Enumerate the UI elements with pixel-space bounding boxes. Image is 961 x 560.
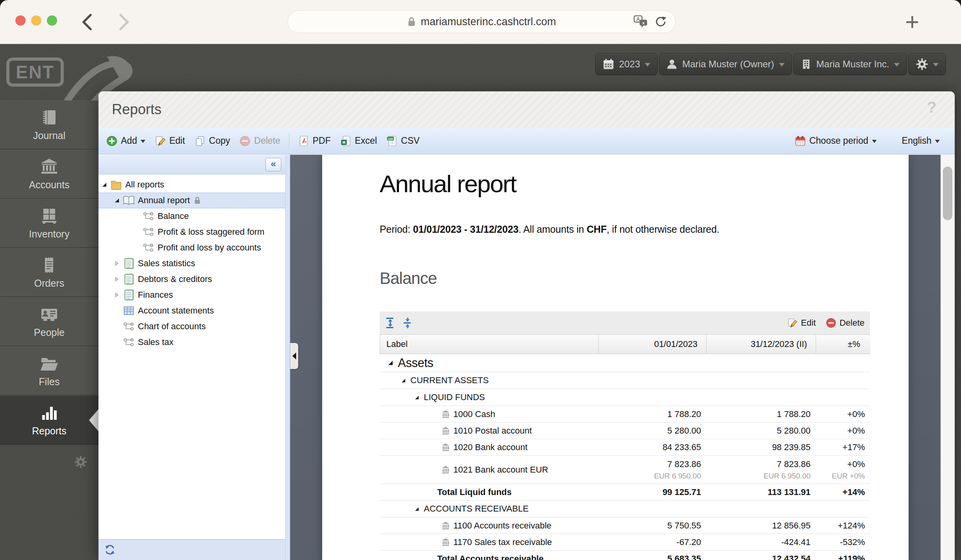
tree-item-sales-tax[interactable]: Sales tax bbox=[98, 334, 290, 350]
new-tab-button[interactable] bbox=[902, 12, 922, 32]
column-header-pct: ±% bbox=[816, 335, 870, 354]
value-foreign-currency: EUR 6 950.00 bbox=[707, 472, 811, 480]
collapse-panel-button[interactable]: « bbox=[265, 158, 281, 171]
reports-window: Reports ? Add Edit bbox=[98, 91, 955, 560]
chevron-down-icon bbox=[141, 140, 145, 143]
orgtree-icon bbox=[142, 226, 155, 237]
row-label: 1100 Accounts receivable bbox=[453, 521, 551, 531]
group-expander-icon[interactable] bbox=[402, 379, 405, 382]
report-scrollbar-track[interactable] bbox=[941, 155, 955, 560]
table-row-assets[interactable]: Assets bbox=[380, 354, 870, 372]
account-icon bbox=[442, 521, 450, 530]
user-menu-button[interactable]: Maria Muster (Owner) bbox=[659, 53, 792, 75]
csv-export-button[interactable]: csv CSV bbox=[382, 132, 424, 150]
tree-expander-icon[interactable] bbox=[115, 292, 119, 298]
language-button[interactable]: English bbox=[897, 132, 944, 149]
tree-item-account-statements[interactable]: Account statements bbox=[98, 303, 290, 319]
tree-item-chart-of-accounts[interactable]: Chart of accounts bbox=[98, 319, 290, 334]
tree-expander-icon[interactable] bbox=[102, 183, 106, 187]
tree-expander-icon[interactable] bbox=[115, 198, 119, 202]
settings-menu-button[interactable] bbox=[908, 53, 946, 75]
row-label: 1020 Bank account bbox=[453, 442, 527, 452]
sidebar-item-inventory[interactable]: Inventory bbox=[0, 199, 98, 248]
expand-all-icon[interactable] bbox=[385, 317, 395, 328]
tree-panel-scroll-strip[interactable] bbox=[285, 155, 290, 560]
svg-text:A: A bbox=[636, 17, 640, 22]
tree-item-sales-statistics[interactable]: Sales statistics bbox=[98, 256, 290, 271]
close-window-button[interactable] bbox=[15, 15, 26, 26]
account-icon bbox=[442, 410, 450, 418]
column-header-date2: 31/12/2023 (II) bbox=[707, 335, 816, 354]
table-edit-label: Edit bbox=[801, 318, 816, 328]
edit-button[interactable]: Edit bbox=[150, 132, 190, 150]
table-row-total-accounts-receivable: Total Accounts receivable5 683.3512 432.… bbox=[380, 551, 870, 560]
chevron-down-icon bbox=[935, 140, 940, 143]
sidebar-item-files[interactable]: Files bbox=[0, 347, 98, 395]
back-button[interactable] bbox=[77, 12, 97, 32]
orgtree-icon bbox=[122, 321, 135, 332]
sidebar-item-label: Inventory bbox=[29, 228, 70, 240]
account-icon bbox=[442, 426, 450, 435]
sidebar-settings-gear-icon[interactable] bbox=[0, 445, 98, 469]
value-change-pct: +14% bbox=[816, 487, 870, 497]
forward-button[interactable] bbox=[114, 12, 134, 32]
fiscal-year-button[interactable]: 2023 bbox=[595, 53, 658, 75]
tree-item-annual-report[interactable]: Annual report bbox=[98, 193, 290, 208]
svg-text:x: x bbox=[642, 20, 645, 25]
sidebar-item-label: Files bbox=[39, 376, 60, 388]
sidebar-item-reports[interactable]: Reports bbox=[0, 396, 98, 445]
value-closing: 7 823.86EUR 6 950.00 bbox=[707, 459, 816, 480]
delete-button[interactable]: Delete bbox=[235, 132, 285, 150]
table-row-current-assets[interactable]: CURRENT ASSETS bbox=[380, 372, 870, 389]
building-icon bbox=[801, 59, 812, 70]
group-expander-icon[interactable] bbox=[415, 396, 419, 399]
row-label: Total Accounts receivable bbox=[437, 554, 544, 560]
maximize-window-button[interactable] bbox=[47, 15, 57, 26]
translate-icon[interactable]: A x bbox=[634, 15, 648, 28]
copy-button[interactable]: Copy bbox=[190, 132, 235, 150]
tree-expander-icon[interactable] bbox=[115, 261, 119, 266]
sidebar-item-journal[interactable]: Journal bbox=[0, 100, 98, 149]
group-expander-icon[interactable] bbox=[415, 507, 419, 511]
collapse-all-icon[interactable] bbox=[403, 317, 413, 328]
sidebar-item-label: People bbox=[34, 327, 65, 338]
tree-item-balance[interactable]: Balance bbox=[98, 208, 290, 224]
refresh-icon[interactable] bbox=[104, 544, 116, 556]
table-row-accounts-receivable[interactable]: ACCOUNTS RECEIVABLE bbox=[380, 501, 870, 517]
help-icon[interactable]: ? bbox=[927, 98, 937, 116]
report-viewport: Annual report Period: 01/01/2023 - 31/12… bbox=[290, 155, 955, 560]
pdf-file-icon bbox=[298, 135, 309, 146]
excel-export-button[interactable]: Excel bbox=[336, 132, 382, 150]
choose-period-label: Choose period bbox=[809, 135, 868, 146]
tree-item-profit-and-loss-by-accounts[interactable]: Profit and loss by accounts bbox=[98, 240, 290, 256]
panel-collapse-handle[interactable] bbox=[290, 343, 298, 369]
add-button[interactable]: Add bbox=[102, 132, 150, 150]
tree-expander-icon[interactable] bbox=[115, 276, 119, 282]
tree-item-profit-loss-staggered-form[interactable]: Profit & loss staggered form bbox=[98, 224, 290, 240]
window-header: Reports ? bbox=[98, 91, 955, 128]
table-row-1010-postal-account: 1010 Postal account5 280.005 280.00+0% bbox=[380, 423, 870, 439]
tree-item-finances[interactable]: Finances bbox=[98, 287, 290, 303]
company-menu-button[interactable]: Maria Muster Inc. bbox=[793, 53, 907, 75]
tree-item-debtors-creditors[interactable]: Debtors & creditors bbox=[98, 271, 290, 287]
row-label: 1021 Bank account EUR bbox=[453, 465, 548, 475]
value-closing: 1 788.20 bbox=[707, 409, 816, 419]
tree-item-all-reports[interactable]: All reports bbox=[98, 177, 290, 193]
table-row-liquid-funds[interactable]: LIQUID FUNDS bbox=[380, 389, 870, 406]
period-label: Period: bbox=[380, 224, 413, 235]
report-scrollbar-thumb[interactable] bbox=[943, 167, 952, 220]
sidebar-item-orders[interactable]: Orders bbox=[0, 248, 98, 297]
column-header-label: Label bbox=[380, 335, 599, 354]
group-expander-icon[interactable] bbox=[388, 361, 393, 365]
sidebar-item-accounts[interactable]: Accounts bbox=[0, 150, 98, 198]
table-delete-button[interactable]: Delete bbox=[826, 318, 865, 328]
reload-icon[interactable] bbox=[655, 15, 667, 28]
pdf-export-button[interactable]: PDF bbox=[293, 132, 336, 150]
app-background: ENT 2023 Maria Muste bbox=[0, 44, 961, 560]
sidebar-item-people[interactable]: People bbox=[0, 297, 98, 346]
minimize-window-button[interactable] bbox=[31, 15, 41, 26]
choose-period-button[interactable]: Choose period bbox=[790, 132, 881, 150]
address-bar[interactable]: mariamusterinc.cashctrl.com A x bbox=[288, 10, 676, 33]
table-edit-button[interactable]: Edit bbox=[787, 318, 816, 328]
value-change-pct: +0% bbox=[816, 409, 870, 419]
